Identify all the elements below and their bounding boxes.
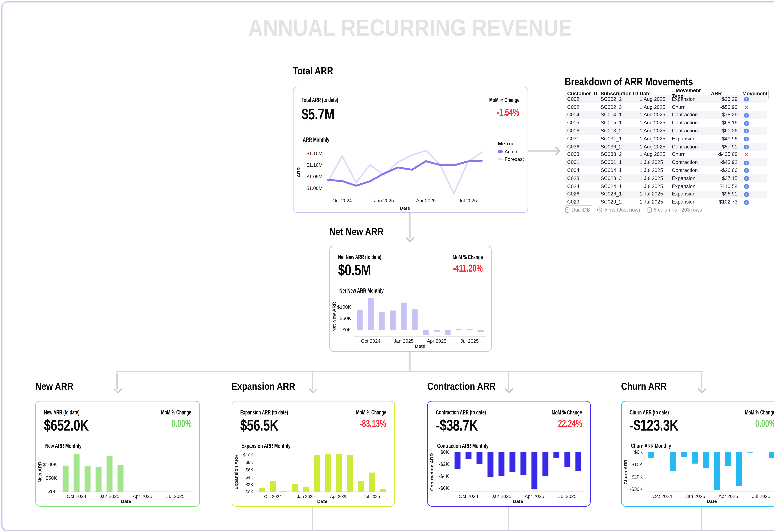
- contraction-arr-card: Contraction ARR (to date) MoM % Change -…: [427, 401, 591, 507]
- movement-icon: ↓: [744, 121, 749, 125]
- contraction-arr-bar-chart: $0K-$2K-$4K-$6KContraction ARROct 2024Ja…: [430, 450, 587, 504]
- arr-movements-table[interactable]: Customer ID Subscription ID Date ↓Moveme…: [565, 88, 767, 205]
- chart-legend: Metric Actual Forecast: [498, 140, 524, 162]
- table-title: Breakdown of ARR Movements: [565, 75, 725, 88]
- column-header-arr[interactable]: ARR: [711, 91, 739, 96]
- svg-text:Churn ARR: Churn ARR: [623, 459, 628, 485]
- table-horizontal-scrollbar[interactable]: [565, 205, 592, 206]
- cell-movement: ✕: [739, 152, 767, 157]
- svg-text:Jan 2025: Jan 2025: [99, 494, 119, 499]
- svg-text:$2K: $2K: [246, 482, 253, 487]
- kpi-label: Churn ARR (to date): [630, 409, 689, 416]
- cell-date: 1 Aug 2025: [640, 104, 672, 110]
- cell-customer-id: C031: [567, 136, 601, 142]
- svg-text:$1.00M: $1.00M: [307, 186, 323, 191]
- page-title: ANNUAL RECURRING REVENUE: [0, 15, 774, 41]
- movement-icon: ↑: [744, 97, 749, 102]
- net-new-arr-bar-chart: $0K$50K$100KNet New ARROct 2024Jan 2025A…: [333, 294, 488, 349]
- cell-arr: -$78.26: [711, 112, 739, 118]
- cell-date: 1 Jul 2025: [640, 199, 672, 205]
- cell-movement: ↑: [739, 199, 767, 205]
- legend-item-forecast: Forecast: [498, 157, 524, 162]
- cell-arr: -$60.26: [711, 128, 739, 134]
- cell-date: 1 Jul 2025: [640, 191, 672, 197]
- cell-subscription-id: SC002_3: [601, 104, 640, 110]
- column-header-movement[interactable]: Movement: [739, 91, 767, 96]
- cell-arr: -$50.90: [711, 104, 739, 110]
- table-vertical-scrollbar[interactable]: [768, 90, 769, 99]
- cell-date: 1 Aug 2025: [640, 136, 672, 142]
- kpi-value: $5.7M: [302, 105, 344, 123]
- chart-title: New ARR Monthly: [45, 442, 96, 449]
- connector-below-churn: [701, 505, 702, 531]
- cell-movement-type: Expansion: [672, 191, 711, 197]
- cell-customer-id: C015: [567, 120, 601, 126]
- table-shape: 6 columns · 203 rows: [647, 207, 702, 213]
- svg-text:Jan 2025: Jan 2025: [297, 494, 315, 499]
- svg-text:-$4K: -$4K: [439, 474, 449, 479]
- cell-date: 1 Aug 2025: [640, 112, 672, 118]
- legend-label: Actual: [505, 149, 518, 154]
- svg-text:Net New ARR: Net New ARR: [331, 302, 337, 332]
- svg-text:Date: Date: [400, 205, 410, 211]
- svg-text:ARR: ARR: [296, 167, 301, 177]
- cell-movement: ↑: [739, 176, 767, 181]
- cell-arr: $23.29: [711, 97, 739, 102]
- svg-text:$10K: $10K: [243, 453, 254, 457]
- kpi-label: New ARR (to date): [44, 409, 98, 416]
- svg-text:$50K: $50K: [340, 316, 351, 321]
- svg-text:-$2K: -$2K: [439, 461, 449, 467]
- new-arr-card: New ARR (to date) MoM % Change $652.0K 0…: [35, 401, 200, 507]
- expansion-arr-bar-chart: $0K$2K$4K$6K$8K$10KExpansion ARROct 2024…: [235, 450, 391, 504]
- cell-subscription-id: SC023_3: [601, 176, 640, 181]
- cell-movement-type: Churn: [672, 104, 711, 110]
- mom-label: MoM % Change: [341, 409, 386, 416]
- column-header-subscription-id[interactable]: Subscription ID: [601, 91, 640, 96]
- cell-arr: -$26.66: [711, 168, 739, 173]
- movement-icon: ↓: [744, 169, 749, 173]
- table-row: C014 SC014_1 1 Aug 2025 Contraction -$78…: [565, 111, 767, 119]
- cell-movement-type: Expansion: [672, 176, 711, 181]
- cell-customer-id: C002: [567, 97, 601, 102]
- actual-series-marker-icon: [498, 151, 503, 153]
- svg-text:$0K: $0K: [440, 449, 449, 455]
- kpi-label: Net New ARR (to date): [338, 254, 404, 260]
- cell-movement: ↓: [739, 160, 767, 165]
- mom-value: -1.54%: [488, 107, 519, 118]
- database-icon: [565, 207, 570, 213]
- new-arr-bar-chart: $0K$50K$100KNew ARROct 2024Jan 2025Apr 2…: [38, 450, 195, 504]
- cell-arr: $110.58: [711, 184, 739, 189]
- cell-arr: $96.91: [711, 191, 739, 197]
- svg-text:-$30K: -$30K: [630, 487, 643, 492]
- svg-text:Jul 2025: Jul 2025: [460, 338, 479, 344]
- arrowhead-down-icon: [309, 385, 318, 394]
- cell-customer-id: C004: [567, 168, 601, 173]
- svg-text:$1.15M: $1.15M: [307, 151, 323, 156]
- column-header-customer-id[interactable]: Customer ID: [567, 91, 601, 96]
- mom-label: MoM % Change: [437, 254, 483, 260]
- cell-movement-type: Contraction: [672, 120, 711, 126]
- table-row: C015 SC015_1 1 Aug 2025 Contraction -$68…: [565, 119, 767, 127]
- mom-label: MoM % Change: [474, 97, 519, 103]
- svg-text:$0K: $0K: [343, 327, 351, 333]
- cell-date: 1 Jul 2025: [640, 184, 672, 189]
- svg-text:New ARR: New ARR: [37, 461, 42, 483]
- cell-movement-type: Contraction: [672, 144, 711, 150]
- cell-subscription-id: SC026_1: [601, 191, 640, 197]
- query-engine: DuckDB: [565, 207, 590, 213]
- column-header-date[interactable]: Date: [640, 91, 672, 96]
- cell-customer-id: C029: [567, 199, 601, 205]
- cell-date: 1 Aug 2025: [640, 120, 672, 126]
- cell-arr: $102.73: [711, 199, 739, 205]
- expansion-arr-card: Expansion ARR (to date) MoM % Change $56…: [232, 401, 395, 507]
- table-row: C024 SC024_1 1 Jul 2025 Expansion $110.5…: [565, 182, 767, 190]
- kpi-value: $56.5K: [240, 416, 289, 434]
- svg-text:$100K: $100K: [337, 304, 351, 310]
- connector-below-contraction: [507, 505, 509, 531]
- churn-arr-bar-chart: $0K-$10K-$20K-$30KChurn ARROct 2024Jan 2…: [624, 450, 774, 504]
- movement-icon: ↓: [744, 113, 749, 117]
- sheet-icon: [647, 207, 652, 213]
- table-row: C029 SC029_2 1 Jul 2025 Expansion $102.7…: [565, 198, 767, 205]
- kpi-label: Expansion ARR (to date): [240, 409, 313, 416]
- movement-icon: ↑: [744, 200, 749, 204]
